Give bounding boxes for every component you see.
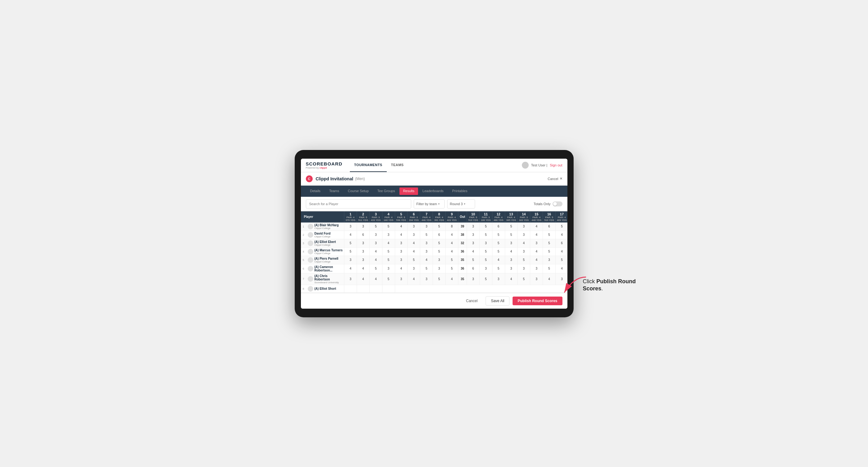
score-hole-14[interactable]: 3 <box>518 222 530 231</box>
tab-tee-groups[interactable]: Tee Groups <box>373 186 399 197</box>
score-hole-12[interactable]: 5 <box>492 230 505 239</box>
tab-teams[interactable]: Teams <box>325 186 343 197</box>
score-hole-2[interactable]: 3 <box>357 256 369 264</box>
score-hole-11[interactable]: 5 <box>479 230 492 239</box>
score-hole-14[interactable]: 4 <box>518 239 530 247</box>
score-hole-9[interactable]: 5 <box>445 264 458 273</box>
score-hole-7[interactable]: 5 <box>420 264 433 273</box>
score-hole-9[interactable]: 4 <box>445 239 458 247</box>
score-hole-15[interactable]: 4 <box>530 230 543 239</box>
score-hole-16[interactable]: 5 <box>543 230 556 239</box>
score-hole-16[interactable]: 6 <box>543 222 556 231</box>
score-hole-15[interactable]: 3 <box>530 264 543 273</box>
score-hole-12[interactable]: 5 <box>492 247 505 256</box>
score-hole-13[interactable]: 3 <box>505 264 518 273</box>
nav-link-teams[interactable]: TEAMS <box>387 159 408 172</box>
score-hole-17[interactable]: 4 <box>556 230 567 239</box>
score-hole-12[interactable]: 5 <box>492 264 505 273</box>
tab-results[interactable]: Results <box>399 187 418 195</box>
score-hole-2[interactable]: 6 <box>357 230 369 239</box>
score-hole-5[interactable]: 3 <box>395 239 407 247</box>
score-hole-6[interactable]: 3 <box>407 264 420 273</box>
score-hole-10[interactable]: 4 <box>467 247 479 256</box>
score-hole-13[interactable]: 5 <box>505 222 518 231</box>
score-hole-10[interactable]: 6 <box>467 264 479 273</box>
score-hole-14[interactable]: 5 <box>518 273 530 285</box>
score-hole-16[interactable]: 5 <box>543 247 556 256</box>
score-hole-1[interactable]: 5 <box>344 239 357 247</box>
score-hole-3[interactable]: 5 <box>369 264 382 273</box>
score-hole-5[interactable]: 3 <box>395 273 407 285</box>
score-hole-10[interactable]: 3 <box>467 239 479 247</box>
score-hole-6[interactable]: 3 <box>407 230 420 239</box>
score-hole-11[interactable]: 5 <box>479 256 492 264</box>
score-hole-13[interactable]: 3 <box>505 256 518 264</box>
score-hole-7[interactable]: 5 <box>420 230 433 239</box>
score-hole-17[interactable]: 4 <box>556 264 567 273</box>
score-hole-14[interactable]: 3 <box>518 230 530 239</box>
score-hole-10[interactable]: 3 <box>467 222 479 231</box>
score-hole-9[interactable]: 8 <box>445 222 458 231</box>
score-hole-14[interactable]: 3 <box>518 264 530 273</box>
score-hole-1[interactable]: 3 <box>344 222 357 231</box>
score-hole-14[interactable]: 5 <box>518 256 530 264</box>
score-hole-2[interactable]: 3 <box>357 222 369 231</box>
score-hole-4[interactable]: 5 <box>382 256 395 264</box>
score-hole-12[interactable]: 4 <box>492 256 505 264</box>
score-hole-9[interactable]: 4 <box>445 273 458 285</box>
score-hole-11[interactable]: 3 <box>479 264 492 273</box>
nav-link-tournaments[interactable]: TOURNAMENTS <box>350 159 387 172</box>
score-hole-1[interactable]: 4 <box>344 264 357 273</box>
score-hole-15[interactable]: 4 <box>530 256 543 264</box>
score-hole-2[interactable]: 4 <box>357 273 369 285</box>
score-hole-2[interactable]: 3 <box>357 247 369 256</box>
score-hole-16[interactable]: 5 <box>543 239 556 247</box>
score-hole-13[interactable]: 3 <box>505 239 518 247</box>
score-hole-3[interactable]: 4 <box>369 256 382 264</box>
score-hole-3[interactable]: 5 <box>369 222 382 231</box>
score-hole-6[interactable]: 4 <box>407 239 420 247</box>
score-hole-7[interactable]: 4 <box>420 256 433 264</box>
score-hole-12[interactable]: 3 <box>492 273 505 285</box>
cancel-button[interactable]: Cancel <box>461 297 483 305</box>
score-hole-8[interactable]: 6 <box>433 230 445 239</box>
score-hole-1[interactable]: 3 <box>344 256 357 264</box>
score-hole-7[interactable]: 3 <box>420 222 433 231</box>
score-hole-11[interactable]: 3 <box>479 239 492 247</box>
tab-printables[interactable]: Printables <box>448 186 472 197</box>
tab-leaderboards[interactable]: Leaderboards <box>418 186 448 197</box>
score-hole-5[interactable]: 4 <box>395 264 407 273</box>
score-hole-3[interactable]: 4 <box>369 247 382 256</box>
score-hole-1[interactable]: 5 <box>344 247 357 256</box>
score-hole-13[interactable]: 4 <box>505 247 518 256</box>
score-hole-9[interactable]: 4 <box>445 247 458 256</box>
score-hole-3[interactable]: 3 <box>369 239 382 247</box>
score-hole-3[interactable]: 3 <box>369 230 382 239</box>
score-hole-10[interactable]: 5 <box>467 256 479 264</box>
score-hole-10[interactable]: 3 <box>467 273 479 285</box>
score-hole-11[interactable]: 5 <box>479 247 492 256</box>
score-hole-4[interactable]: 3 <box>382 264 395 273</box>
score-hole-11[interactable]: 5 <box>479 222 492 231</box>
score-hole-4[interactable]: 4 <box>382 239 395 247</box>
score-hole-15[interactable]: 4 <box>530 222 543 231</box>
tab-details[interactable]: Details <box>306 186 325 197</box>
score-hole-17[interactable]: 5 <box>556 256 567 264</box>
score-hole-8[interactable]: 5 <box>433 239 445 247</box>
score-hole-2[interactable]: 3 <box>357 239 369 247</box>
publish-round-scores-button[interactable]: Publish Round Scores <box>513 297 562 305</box>
search-input[interactable] <box>306 199 411 209</box>
tab-course-setup[interactable]: Course Setup <box>344 186 373 197</box>
score-hole-4[interactable]: 5 <box>382 273 395 285</box>
score-hole-1[interactable]: 3 <box>344 273 357 285</box>
score-hole-1[interactable]: 4 <box>344 230 357 239</box>
score-hole-14[interactable]: 3 <box>518 247 530 256</box>
score-hole-7[interactable]: 3 <box>420 273 433 285</box>
score-hole-15[interactable]: 3 <box>530 273 543 285</box>
score-hole-7[interactable]: 3 <box>420 247 433 256</box>
score-hole-8[interactable]: 5 <box>433 247 445 256</box>
score-hole-17[interactable]: 5 <box>556 222 567 231</box>
score-hole-16[interactable]: 4 <box>543 273 556 285</box>
score-hole-9[interactable]: 5 <box>445 256 458 264</box>
score-hole-6[interactable]: 5 <box>407 256 420 264</box>
